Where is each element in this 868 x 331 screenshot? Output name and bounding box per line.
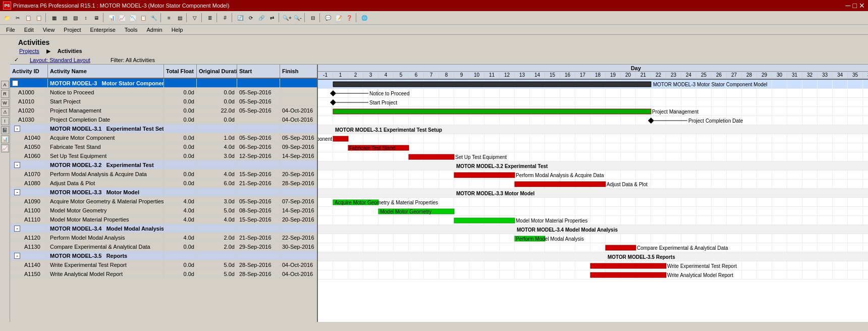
sidebar-issues-icon[interactable]: ! xyxy=(1,117,9,125)
table-row[interactable]: -MOTOR MODEL-3.4 Model Modal Analysis xyxy=(10,224,317,233)
toolbar-btn-29[interactable]: ❓ xyxy=(344,13,354,23)
sidebar-reports-icon[interactable]: 📊 xyxy=(1,135,9,143)
sidebar-activities-icon[interactable]: A xyxy=(1,81,9,89)
table-row[interactable]: A1020Project Management0.0d22.0d05-Sep-2… xyxy=(10,106,317,115)
expand-icon[interactable]: - xyxy=(14,253,20,259)
expand-icon[interactable]: - xyxy=(12,80,18,86)
sidebar: A R W ⚠ ! 📓 📊 📈 xyxy=(0,79,10,322)
table-row[interactable]: -MOTOR MODEL-3.5 Reports xyxy=(10,251,317,260)
menu-view[interactable]: View xyxy=(39,26,59,34)
minimize-button[interactable]: ─ xyxy=(846,2,851,10)
toolbar-btn-17[interactable]: ▽ xyxy=(190,13,200,23)
toolbar-btn-16[interactable]: ▤ xyxy=(175,13,185,23)
toolbar-btn-1[interactable]: 📁 xyxy=(2,13,12,23)
col-header-float[interactable]: Total Float xyxy=(164,65,197,78)
table-row[interactable]: A1000Notice to Proceed0.0d0.0d05-Sep-201… xyxy=(10,88,317,97)
day-num-cell: 20 xyxy=(621,72,636,79)
toolbar-btn-3[interactable]: 📋 xyxy=(23,13,33,23)
gantt-scroll[interactable]: MOTOR MODEL-3 Motor Stator Component Mod… xyxy=(318,80,868,322)
toolbar-btn-22[interactable]: 🔗 xyxy=(256,13,266,23)
gantt-header: Day -11234567891011121314151617181920212… xyxy=(318,65,868,80)
toolbar-btn-6[interactable]: ▤ xyxy=(60,13,70,23)
title-text: Primavera P6 Professional R15.1 : MOTOR … xyxy=(13,3,229,9)
table-row[interactable]: A1120Perform Model Modal Analysis4.0d2.0… xyxy=(10,233,317,242)
col-header-id[interactable]: Activity ID xyxy=(10,65,48,78)
toolbar-sep-11 xyxy=(356,13,358,22)
nav-activities[interactable]: Activities xyxy=(52,47,87,55)
col-header-start[interactable]: Start xyxy=(237,65,280,78)
toolbar-btn-10[interactable]: 📊 xyxy=(106,13,117,23)
toolbar-btn-21[interactable]: ⟳ xyxy=(246,13,256,23)
expand-icon[interactable]: - xyxy=(14,126,20,132)
toolbar-btn-7[interactable]: ▧ xyxy=(70,13,80,23)
close-button[interactable]: ✕ xyxy=(859,2,865,10)
table-row[interactable]: A1090Acquire Motor Geometry & Material P… xyxy=(10,197,317,206)
table-row[interactable]: A1040Acquire Motor Component0.0d1.0d05-S… xyxy=(10,133,317,142)
layout-checkbox[interactable]: ✓ xyxy=(14,57,19,63)
table-row[interactable]: A1080Adjust Data & Plot0.0d6.0d21-Sep-20… xyxy=(10,179,317,188)
toolbar-btn-24[interactable]: 🔍+ xyxy=(282,13,292,23)
toolbar-btn-27[interactable]: 💬 xyxy=(323,13,333,23)
toolbar-btn-12[interactable]: 📉 xyxy=(128,13,138,23)
toolbar-btn-20[interactable]: 🔄 xyxy=(235,13,245,23)
toolbar-btn-2[interactable]: ✂ xyxy=(13,13,23,23)
nav-bar: Projects ▶ Activities xyxy=(10,46,868,56)
toolbar-btn-11[interactable]: 📈 xyxy=(117,13,127,23)
menu-enterprise[interactable]: Enterprise xyxy=(86,26,120,34)
menu-file[interactable]: File xyxy=(2,26,19,34)
menu-tools[interactable]: Tools xyxy=(121,26,142,34)
gantt-row-bg xyxy=(318,189,868,198)
toolbar-btn-28[interactable]: 📝 xyxy=(334,13,344,23)
col-header-dur[interactable]: Original Duration xyxy=(197,65,237,78)
filter-label: Filter: All Activities xyxy=(111,57,155,63)
toolbar-btn-13[interactable]: 📋 xyxy=(138,13,148,23)
expand-icon[interactable]: - xyxy=(14,189,20,195)
table-row[interactable]: A1060Set Up Test Equipment0.0d3.0d12-Sep… xyxy=(10,151,317,160)
toolbar-btn-4[interactable]: 📋 xyxy=(34,13,44,23)
col-header-finish[interactable]: Finish xyxy=(280,65,318,78)
day-num-cell: 26 xyxy=(712,72,727,79)
layout-label[interactable]: Layout: Standard Layout xyxy=(30,57,90,63)
table-row[interactable]: -MOTOR MODEL-3.1 Experimental Test Setup xyxy=(10,124,317,133)
sidebar-resources-icon[interactable]: R xyxy=(1,90,9,98)
toolbar-btn-14[interactable]: 🔧 xyxy=(149,13,159,23)
sidebar-tracking-icon[interactable]: 📈 xyxy=(1,144,9,152)
expand-icon[interactable]: - xyxy=(14,162,20,168)
toolbar-btn-19[interactable]: # xyxy=(220,13,230,23)
table-row[interactable]: A1070Perform Modal Analysis & Acquire Da… xyxy=(10,170,317,179)
table-row[interactable]: A1100Model Motor Geometry4.0d5.0d08-Sep-… xyxy=(10,206,317,215)
toolbar-btn-18[interactable]: ≣ xyxy=(205,13,215,23)
toolbar-btn-25[interactable]: 🔍- xyxy=(293,13,303,23)
toolbar-btn-23[interactable]: ⇄ xyxy=(267,13,277,23)
toolbar-btn-5[interactable]: ▦ xyxy=(49,13,59,23)
menu-edit[interactable]: Edit xyxy=(20,26,38,34)
table-row[interactable]: -MOTOR MODEL-3.2 Experimental Test xyxy=(10,160,317,170)
table-row[interactable]: -MOTOR MODEL-3 Motor Stator Component Mo… xyxy=(10,79,317,88)
table-row[interactable]: A1110Model Motor Material Properties4.0d… xyxy=(10,215,317,224)
table-header: Activity ID Activity Name Total Float Or… xyxy=(10,65,317,79)
toolbar-btn-8[interactable]: ↕ xyxy=(81,13,91,23)
table-row[interactable]: A1010Start Project0.0d0.0d05-Sep-2016 xyxy=(10,97,317,106)
maximize-button[interactable]: □ xyxy=(853,2,857,10)
col-header-name[interactable]: Activity Name xyxy=(48,65,164,78)
table-row[interactable]: A1030Project Completion Date0.0d0.0d04-O… xyxy=(10,115,317,124)
table-row[interactable]: A1140Write Experimental Test Report0.0d5… xyxy=(10,260,317,269)
table-row[interactable]: A1130Compare Experimental & Analytical D… xyxy=(10,242,317,251)
expand-icon[interactable]: - xyxy=(14,226,20,232)
table-row[interactable]: A1150Write Analytical Model Report0.0d5.… xyxy=(10,269,317,279)
sidebar-risks-icon[interactable]: ⚠ xyxy=(1,108,9,116)
toolbar-btn-15[interactable]: ≡ xyxy=(164,13,174,23)
toolbar-btn-9[interactable]: 🖥 xyxy=(91,13,101,23)
sidebar-wbs-icon[interactable]: W xyxy=(1,99,9,107)
sidebar-notebooks-icon[interactable]: 📓 xyxy=(1,126,9,134)
toolbar-btn-26[interactable]: ⊟ xyxy=(308,13,318,23)
table-row[interactable]: A1050Fabricate Test Stand0.0d4.0d06-Sep-… xyxy=(10,142,317,151)
menu-project[interactable]: Project xyxy=(60,26,85,34)
menu-help[interactable]: Help xyxy=(168,26,187,34)
gantt-row-bg xyxy=(318,134,868,143)
nav-projects[interactable]: Projects xyxy=(14,47,44,55)
toolbar-btn-30[interactable]: 🌐 xyxy=(359,13,369,23)
table-row[interactable]: -MOTOR MODEL-3.3 Motor Model xyxy=(10,188,317,197)
day-num-cell: 32 xyxy=(802,72,818,79)
menu-admin[interactable]: Admin xyxy=(142,26,166,34)
